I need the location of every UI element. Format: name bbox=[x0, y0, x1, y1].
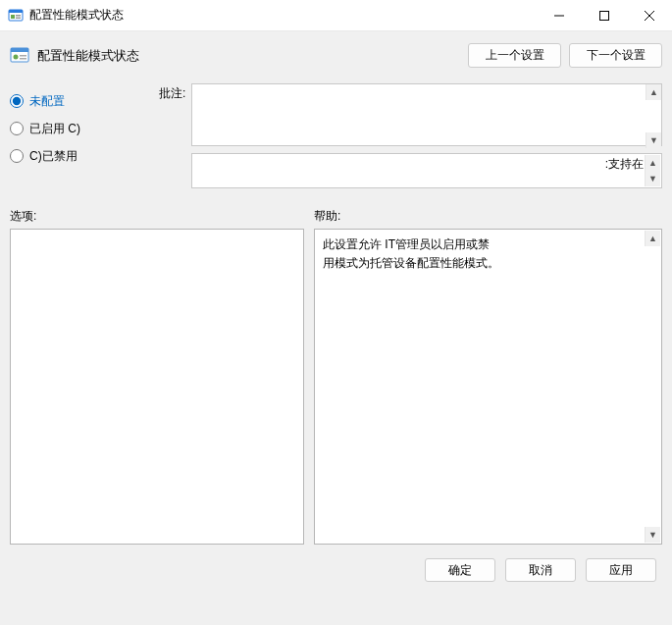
radio-disabled-input[interactable] bbox=[10, 149, 24, 163]
comment-label: 批注: bbox=[159, 83, 185, 102]
minimize-button[interactable] bbox=[537, 0, 582, 31]
scroll-up-icon[interactable]: ▲ bbox=[646, 84, 661, 100]
comment-textarea[interactable] bbox=[191, 83, 662, 146]
page-title: 配置性能模式状态 bbox=[37, 47, 139, 65]
svg-point-8 bbox=[14, 54, 19, 59]
radio-enabled-label: 已启用 C) bbox=[29, 121, 80, 137]
maximize-button[interactable] bbox=[582, 0, 627, 31]
policy-icon bbox=[10, 46, 29, 66]
dialog-footer: 确定 取消 应用 bbox=[0, 545, 672, 582]
window-title: 配置性能模式状态 bbox=[29, 7, 124, 24]
header-row: 配置性能模式状态 上一个设置 下一个设置 bbox=[0, 31, 672, 78]
radio-disabled-label: C)已禁用 bbox=[29, 148, 78, 165]
radio-not-configured-input[interactable] bbox=[10, 94, 24, 108]
radio-disabled[interactable]: C)已禁用 bbox=[10, 142, 147, 170]
scroll-up-icon[interactable]: ▲ bbox=[645, 155, 660, 171]
svg-rect-5 bbox=[600, 11, 609, 20]
radio-group: 未配置 已启用 C) C)已禁用 bbox=[10, 81, 147, 188]
help-panel: 此设置允许 IT管理员以启用或禁 用模式为托管设备配置性能模式。 ▲ ▼ bbox=[314, 229, 662, 545]
scroll-up-icon[interactable]: ▲ bbox=[645, 231, 660, 246]
scroll-down-icon[interactable]: ▼ bbox=[645, 527, 660, 543]
supported-on-text: :支持在 bbox=[605, 156, 644, 173]
radio-not-configured[interactable]: 未配置 bbox=[10, 87, 147, 115]
svg-rect-4 bbox=[16, 17, 21, 19]
radio-not-configured-label: 未配置 bbox=[29, 93, 65, 110]
scroll-down-icon[interactable]: ▼ bbox=[646, 132, 661, 148]
apply-button[interactable]: 应用 bbox=[586, 558, 656, 582]
app-icon bbox=[8, 8, 24, 24]
svg-rect-1 bbox=[9, 10, 23, 13]
svg-rect-2 bbox=[11, 15, 15, 19]
help-line: 此设置允许 IT管理员以启用或禁 bbox=[323, 235, 644, 254]
options-panel bbox=[10, 229, 304, 545]
close-button[interactable] bbox=[627, 0, 672, 31]
ok-button[interactable]: 确定 bbox=[425, 558, 495, 582]
svg-rect-10 bbox=[20, 58, 26, 60]
lower-panels: 此设置允许 IT管理员以启用或禁 用模式为托管设备配置性能模式。 ▲ ▼ bbox=[0, 229, 672, 545]
cancel-button[interactable]: 取消 bbox=[505, 558, 576, 582]
svg-rect-9 bbox=[20, 55, 26, 57]
help-line: 用模式为托管设备配置性能模式。 bbox=[323, 254, 644, 273]
previous-setting-button[interactable]: 上一个设置 bbox=[468, 43, 561, 68]
lower-labels: 选项: 帮助: bbox=[0, 188, 672, 229]
radio-enabled[interactable]: 已启用 C) bbox=[10, 115, 147, 142]
config-area: 未配置 已启用 C) C)已禁用 批注: ▲ ▼ :支持在 ▲ ▼ bbox=[0, 78, 672, 188]
next-setting-button[interactable]: 下一个设置 bbox=[569, 43, 662, 68]
radio-enabled-input[interactable] bbox=[10, 122, 24, 135]
scroll-down-icon[interactable]: ▼ bbox=[645, 171, 660, 186]
svg-rect-3 bbox=[16, 15, 21, 17]
titlebar: 配置性能模式状态 bbox=[0, 0, 672, 31]
help-content: 此设置允许 IT管理员以启用或禁 用模式为托管设备配置性能模式。 bbox=[315, 230, 661, 279]
options-label: 选项: bbox=[10, 208, 314, 225]
svg-rect-7 bbox=[11, 48, 28, 52]
help-label: 帮助: bbox=[314, 208, 340, 225]
supported-on-box: :支持在 ▲ ▼ bbox=[191, 153, 662, 188]
